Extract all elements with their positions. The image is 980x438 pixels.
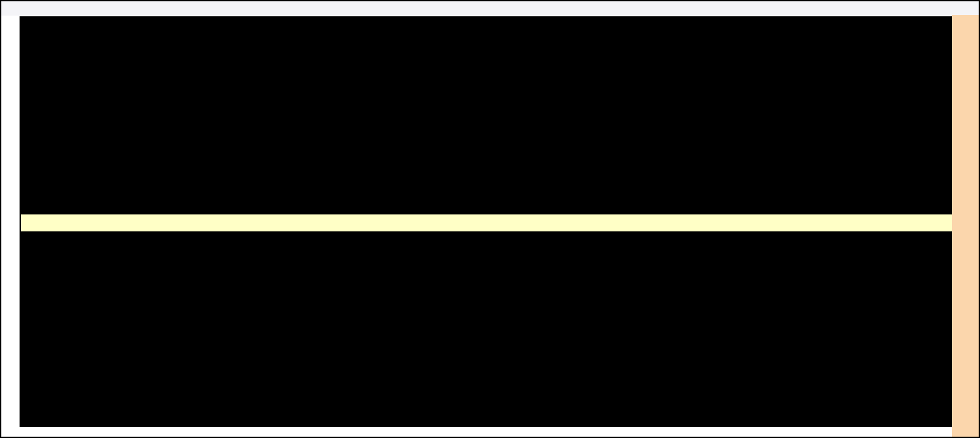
spectrograph-window xyxy=(0,0,980,438)
spectrogram-rcp-heatmap xyxy=(20,16,952,214)
time-axis-band xyxy=(20,214,952,231)
title-bar xyxy=(1,1,979,16)
polarization-label-lcp xyxy=(1,231,18,427)
spectrogram-lcp-heatmap xyxy=(20,231,952,427)
polarization-label-rcp xyxy=(1,16,18,214)
frequency-axis-margin xyxy=(952,15,979,437)
